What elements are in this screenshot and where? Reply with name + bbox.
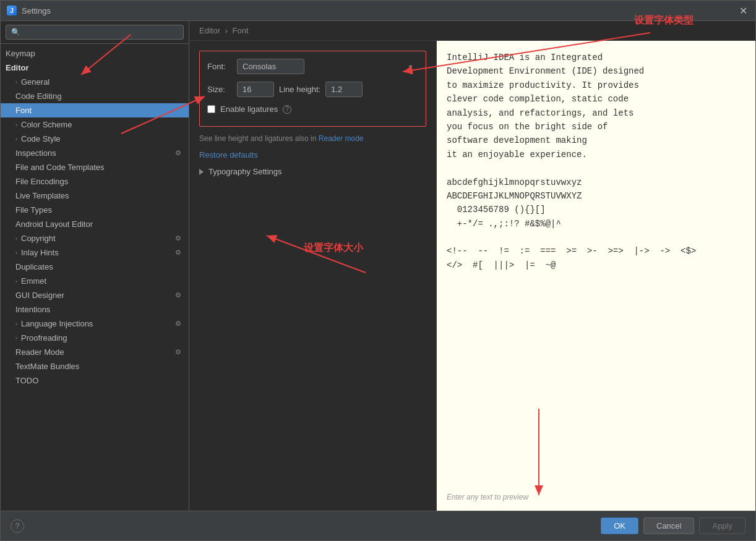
sidebar-item-label: Emmet (21, 276, 46, 286)
sidebar-item-label: TODO (15, 376, 38, 385)
sidebar-item-label: Live Templates (15, 191, 69, 200)
gear-badge-icon: ⚙ (175, 348, 181, 356)
title-bar: J Settings ✕ (1, 1, 755, 21)
apply-button[interactable]: Apply (699, 518, 745, 534)
sidebar-item-duplicates[interactable]: Duplicates (1, 260, 189, 274)
ligatures-label[interactable]: Enable ligatures (220, 104, 278, 114)
sidebar-item-code-style[interactable]: ›Code Style (1, 132, 189, 146)
sidebar-item-file-encodings[interactable]: File Encodings (1, 174, 189, 189)
chevron-icon: › (15, 122, 17, 128)
sidebar-item-inlay-hints[interactable]: ›Inlay Hints⚙ (1, 245, 189, 260)
sidebar-item-code-editing[interactable]: Code Editing (1, 89, 189, 103)
sidebar-item-label: Intentions (15, 305, 50, 314)
line-height-input[interactable] (325, 82, 363, 97)
sidebar-items: KeymapEditor›GeneralCode EditingFont›Col… (1, 44, 189, 511)
sidebar-item-intentions[interactable]: Intentions (1, 302, 189, 317)
sidebar-item-label: Code Editing (15, 92, 61, 101)
breadcrumb-part-editor: Editor (199, 26, 220, 35)
sidebar-item-label: Proofreading (21, 333, 67, 343)
search-bar (1, 21, 189, 44)
sidebar-item-label: Inspections (15, 148, 56, 158)
title-bar-left: J Settings (7, 6, 51, 15)
chevron-icon: › (15, 335, 17, 341)
line-height-label: Line height: (279, 85, 320, 94)
sidebar-item-inspections[interactable]: Inspections⚙ (1, 146, 189, 160)
breadcrumb-part-font: Font (233, 26, 249, 35)
size-row: Size: Line height: (207, 82, 418, 97)
ligatures-row: Enable ligatures ? (207, 104, 418, 114)
sidebar-item-file-code-templates[interactable]: File and Code Templates (1, 160, 189, 174)
sidebar-item-label: Code Style (21, 134, 61, 143)
content-area: Font: Consolas Arial Courier New JetBrai… (189, 41, 755, 511)
size-label: Size: (207, 85, 232, 94)
hint-prefix: See line height and ligatures also in (199, 134, 316, 143)
chevron-icon: › (15, 136, 17, 142)
preview-text: IntelliJ IDEA is an Integrated Developme… (447, 51, 745, 272)
sidebar-item-label: Color Scheme (21, 120, 72, 129)
sidebar-item-live-templates[interactable]: Live Templates (1, 189, 189, 203)
sidebar-item-label: Inlay Hints (21, 248, 59, 257)
sidebar-item-keymap[interactable]: Keymap (1, 46, 189, 61)
gear-badge-icon: ⚙ (175, 291, 181, 299)
sidebar-item-reader-mode[interactable]: Reader Mode⚙ (1, 345, 189, 359)
cancel-button[interactable]: Cancel (643, 518, 694, 534)
sidebar-item-label: File Types (15, 205, 52, 215)
sidebar-item-label: TextMate Bundles (15, 362, 79, 371)
restore-defaults-link[interactable]: Restore defaults (199, 150, 426, 160)
chevron-icon: › (15, 79, 17, 85)
sidebar-item-file-types[interactable]: File Types (1, 203, 189, 217)
sidebar-item-label: Keymap (6, 49, 35, 58)
gear-badge-icon: ⚙ (175, 234, 181, 242)
font-select[interactable]: Consolas Arial Courier New JetBrains Mon… (237, 59, 304, 74)
ok-button[interactable]: OK (601, 518, 638, 534)
breadcrumb: Editor › Font (189, 21, 755, 41)
dialog-title: Settings (22, 6, 51, 15)
sidebar-item-language-injections[interactable]: ›Language Injections⚙ (1, 317, 189, 331)
sidebar-item-label: GUI Designer (15, 291, 64, 300)
chevron-icon: › (15, 250, 17, 256)
sidebar-item-emmet[interactable]: ›Emmet (1, 274, 189, 288)
sidebar-item-font[interactable]: Font (1, 103, 189, 117)
preview-input-hint: Enter any text to preview (447, 492, 528, 503)
sidebar-item-label: General (21, 77, 49, 87)
sidebar-item-textmate-bundles[interactable]: TextMate Bundles (1, 359, 189, 373)
reader-mode-link[interactable]: Reader mode (319, 134, 364, 143)
sidebar-item-color-scheme[interactable]: ›Color Scheme (1, 117, 189, 132)
sidebar-item-label: Copyright (21, 234, 56, 243)
sidebar-item-proofreading[interactable]: ›Proofreading (1, 331, 189, 345)
sidebar-item-todo[interactable]: TODO (1, 373, 189, 388)
sidebar-item-copyright[interactable]: ›Copyright⚙ (1, 231, 189, 245)
sidebar-item-editor[interactable]: Editor (1, 61, 189, 75)
sidebar-item-android-layout-editor[interactable]: Android Layout Editor (1, 217, 189, 231)
help-button[interactable]: ? (11, 519, 24, 533)
sidebar-item-label: Android Layout Editor (15, 219, 93, 229)
sidebar-item-label: Reader Mode (15, 347, 64, 357)
sidebar-item-label: Language Injections (21, 319, 93, 328)
typography-label: Typography Settings (208, 167, 282, 176)
dialog-body: KeymapEditor›GeneralCode EditingFont›Col… (1, 21, 755, 511)
ligatures-checkbox[interactable] (207, 105, 215, 113)
sidebar-item-label: Font (15, 106, 32, 115)
ligatures-help-icon[interactable]: ? (283, 105, 291, 114)
typography-row[interactable]: Typography Settings (199, 167, 426, 176)
gear-badge-icon: ⚙ (175, 320, 181, 328)
sidebar: KeymapEditor›GeneralCode EditingFont›Col… (1, 21, 189, 511)
gear-badge-icon: ⚙ (175, 249, 181, 257)
sidebar-item-label: File Encodings (15, 177, 68, 186)
typography-expand-icon (199, 169, 204, 175)
sidebar-item-general[interactable]: ›General (1, 75, 189, 89)
sidebar-item-label: File and Code Templates (15, 163, 105, 172)
search-input[interactable] (6, 25, 184, 40)
preview-panel[interactable]: IntelliJ IDEA is an Integrated Developme… (437, 41, 755, 511)
main-content: Editor › Font Font: Consolas (189, 21, 755, 511)
app-icon: J (7, 6, 17, 15)
hint-text: See line height and ligatures also in Re… (199, 134, 426, 143)
sidebar-item-gui-designer[interactable]: GUI Designer⚙ (1, 288, 189, 302)
chevron-icon: › (15, 278, 17, 284)
close-button[interactable]: ✕ (737, 4, 749, 17)
sidebar-item-label: Editor (6, 63, 29, 72)
size-input[interactable] (237, 82, 274, 97)
settings-panel: Font: Consolas Arial Courier New JetBrai… (189, 41, 437, 511)
chevron-icon: › (15, 321, 17, 327)
font-settings-section: Font: Consolas Arial Courier New JetBrai… (199, 51, 426, 127)
